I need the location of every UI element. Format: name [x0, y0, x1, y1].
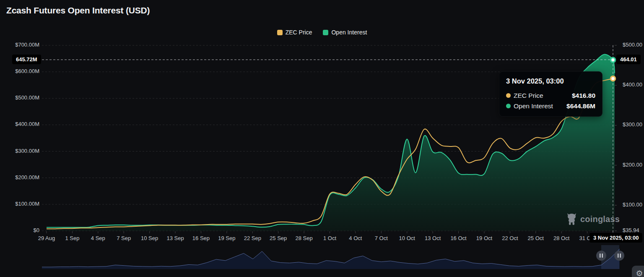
y-axis-left-tick: $500.00M [15, 94, 39, 101]
y-axis-left-tick: $400.00M [15, 121, 39, 127]
legend-item-open-interest[interactable]: Open Interest [323, 29, 367, 36]
tooltip-date: 3 Nov 2025, 03:00 [506, 77, 595, 85]
x-axis-tick: 19 Sep [218, 235, 235, 241]
x-axis-tick: 1 Sep [65, 235, 79, 241]
x-axis-tick: 28 Oct [553, 235, 569, 241]
tooltip-row-open-interest: Open Interest $644.86M [506, 101, 595, 111]
x-axis-tick: 19 Oct [476, 235, 492, 241]
y-axis-right-tick: $100.00 [623, 201, 642, 208]
crosshair-date-value: 3 Nov 2025, 03:00 [589, 233, 642, 243]
legend-item-zec-price[interactable]: ZEC Price [277, 29, 312, 36]
x-axis-tick: 13 Oct [425, 235, 441, 241]
tooltip-value-open-interest: $644.86M [566, 102, 595, 110]
crosshair-right-value: 464.01 [616, 55, 641, 64]
y-axis-right-tick: $35.94 [623, 227, 639, 233]
x-axis-tick: 4 Oct [349, 235, 362, 241]
tooltip-value-zec-price: $416.80 [572, 92, 595, 99]
x-axis-tick: 1 Oct [323, 235, 336, 241]
y-axis-left-tick: $600.00M [15, 68, 39, 74]
open-interest-dot-icon [506, 104, 511, 108]
x-axis-tick: 25 Sep [270, 235, 287, 241]
legend-label-zec-price: ZEC Price [286, 29, 312, 36]
navigator-handle-left[interactable] [596, 251, 606, 261]
x-axis-tick: 16 Oct [450, 235, 466, 241]
gear-icon: ⚙ [636, 269, 643, 277]
legend-label-open-interest: Open Interest [331, 29, 367, 36]
y-axis-right-tick: $300.00 [623, 121, 642, 128]
coinglass-futures-chart-page: Zcash Futures Open Interest (USD) ZEC Pr… [0, 0, 644, 277]
x-axis-tick: 7 Oct [375, 235, 388, 241]
chart-tooltip: 3 Nov 2025, 03:00 ZEC Price $416.80 Open… [499, 71, 602, 117]
x-axis-tick: 25 Oct [528, 235, 544, 241]
x-axis-tick: 10 Oct [399, 235, 415, 241]
open-interest-swatch-icon [323, 30, 328, 35]
x-axis-tick: 13 Sep [166, 235, 184, 241]
y-axis-left-tick: $700.00M [15, 42, 39, 48]
coinglass-bull-icon [566, 213, 577, 225]
open-interest-marker-dot [611, 57, 615, 62]
pause-bars-icon [618, 253, 619, 258]
zec-price-swatch-icon [277, 30, 283, 35]
coinglass-watermark-text: coinglass [580, 214, 620, 224]
chart-legend: ZEC Price Open Interest [0, 29, 644, 36]
x-axis-tick: 10 Sep [141, 235, 158, 241]
x-axis-tick: 22 Oct [502, 235, 518, 241]
coinglass-watermark: coinglass [566, 213, 620, 225]
y-axis-left-tick: $100.00M [15, 201, 39, 207]
x-axis-tick: 16 Sep [192, 235, 210, 241]
y-axis-left-tick: $300.00M [15, 148, 39, 154]
x-axis-tick: 22 Sep [244, 235, 261, 241]
pause-bars-icon [600, 253, 601, 258]
tooltip-label-zec-price: ZEC Price [514, 92, 543, 99]
x-axis: 29 Aug1 Sep4 Sep7 Sep10 Sep13 Sep16 Sep1… [0, 234, 644, 243]
y-axis-right-tick: $500.00 [623, 42, 642, 48]
x-axis-tick: 28 Sep [295, 235, 312, 241]
y-axis-left-tick: $200.00M [15, 174, 39, 180]
y-axis-right-tick: $400.00 [623, 81, 642, 88]
zec-price-dot-icon [506, 93, 511, 98]
zec-price-marker-dot [611, 76, 615, 81]
x-axis-tick: 7 Sep [117, 235, 131, 241]
tooltip-label-open-interest: Open Interest [514, 102, 553, 110]
y-axis-left-tick: $0 [34, 227, 39, 233]
y-axis-right-tick: $200.00 [623, 162, 642, 168]
chart-settings-button[interactable]: ⚙ [632, 266, 644, 277]
tooltip-row-zec-price: ZEC Price $416.80 [506, 90, 595, 101]
crosshair-left-value: 645.72M [12, 55, 41, 64]
x-axis-tick: 29 Aug [38, 235, 55, 241]
x-axis-tick: 4 Sep [91, 235, 105, 241]
